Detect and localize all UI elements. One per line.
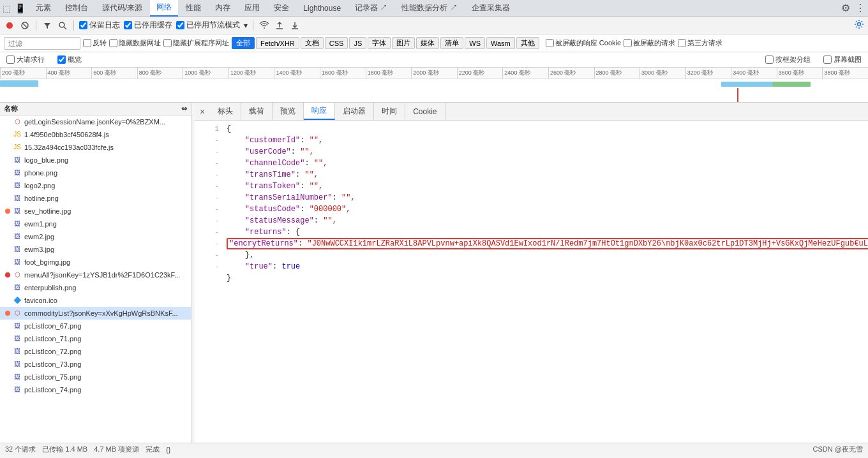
filter-img[interactable]: 图片: [392, 37, 415, 49]
disable-throttle-checkbox[interactable]: 已停用节流模式: [176, 20, 240, 31]
file-name: logo2.png: [24, 182, 186, 189]
preserve-log-checkbox[interactable]: 保留日志: [79, 20, 120, 31]
file-item[interactable]: 🖼pcListIcon_71.png: [0, 332, 191, 345]
file-item[interactable]: 🖼pcListIcon_67.png: [0, 320, 191, 332]
file-item[interactable]: 🖼sev_hotline.jpg: [0, 205, 191, 218]
sub-tab-headers[interactable]: 标头: [210, 103, 241, 120]
large-rows-checkbox[interactable]: 大请求行: [6, 55, 45, 64]
tab-sources[interactable]: 源代码/来源: [96, 0, 149, 16]
file-item[interactable]: 🖼pcListIcon_73.png: [0, 358, 191, 371]
filter-manifest[interactable]: 清单: [440, 37, 463, 49]
sub-tab-payload[interactable]: 载荷: [241, 103, 273, 120]
filter-other[interactable]: 其他: [516, 37, 539, 49]
json-line: - "statusCode": "000000",: [195, 203, 868, 215]
more-icon[interactable]: ⋮: [855, 2, 865, 14]
filter-media[interactable]: 媒体: [416, 37, 439, 49]
tab-perf-insights[interactable]: 性能数据分析 ↗: [395, 0, 463, 16]
toolbar-sep-2: [73, 20, 74, 31]
file-item[interactable]: 🖼ewm3.jpg: [0, 243, 191, 256]
file-item[interactable]: 🖼pcListIcon_72.png: [0, 345, 191, 358]
sub-tab-preview[interactable]: 预览: [273, 103, 304, 120]
overview-checkbox[interactable]: 概览: [57, 55, 82, 64]
invert-checkbox[interactable]: 反转: [83, 38, 107, 48]
sub-tab-timing[interactable]: 时间: [374, 103, 405, 120]
filter-font[interactable]: 字体: [368, 37, 391, 49]
timeline-tick: 3400 毫秒: [731, 68, 777, 78]
disable-cache-checkbox[interactable]: 已停用缓存: [124, 20, 172, 31]
sub-tab-response[interactable]: 响应: [304, 103, 335, 120]
hide-data-urls-checkbox[interactable]: 隐藏数据网址: [109, 38, 161, 48]
clear-button[interactable]: [19, 20, 31, 31]
file-item[interactable]: ⬡commodityList?jsonKey=xXvKgHpWgRsBNKsF.…: [0, 307, 191, 320]
group-by-frame-checkbox[interactable]: 按框架分组: [765, 55, 811, 64]
file-item[interactable]: 🖼pcListIcon_75.png: [0, 371, 191, 383]
third-party-checkbox[interactable]: 第三方请求: [678, 38, 722, 48]
file-item[interactable]: 🖼pcListIcon_74.png: [0, 383, 191, 396]
tab-elements[interactable]: 元素: [29, 0, 57, 16]
file-list-scroll[interactable]: ⬡getLoginSessionName.jsonKey=0%2BZXM...J…: [0, 115, 191, 443]
tab-console[interactable]: 控制台: [59, 0, 94, 16]
file-item[interactable]: 🔷favicon.ico: [0, 294, 191, 307]
filter-fetch-xhr[interactable]: Fetch/XHR: [256, 37, 299, 49]
file-name: phone.png: [24, 169, 186, 177]
tab-network[interactable]: 网络: [150, 0, 178, 17]
toolbar-right-settings[interactable]: [854, 19, 864, 31]
file-item[interactable]: JS1.4f950e0bb3cf450628f4.js: [0, 128, 191, 141]
record-button[interactable]: [4, 20, 15, 31]
filter-doc[interactable]: 文档: [301, 37, 324, 49]
resize-handle[interactable]: [191, 103, 195, 443]
file-type-icon: 🖼: [13, 194, 22, 203]
timeline-tick: 2200 毫秒: [457, 68, 503, 78]
inspect-icon[interactable]: ⬚: [3, 3, 11, 13]
json-line-content: "statusMessage": "",: [227, 215, 863, 226]
download-icon[interactable]: [289, 20, 301, 31]
svg-point-0: [6, 22, 13, 29]
file-item[interactable]: 🖼enterpublish.png: [0, 281, 191, 294]
file-item[interactable]: 🖼ewm1.png: [0, 218, 191, 230]
filter-input[interactable]: [4, 37, 80, 50]
wifi-icon[interactable]: [258, 20, 270, 31]
tab-memory[interactable]: 内存: [209, 0, 237, 16]
filter-js[interactable]: JS: [349, 37, 366, 49]
filter-ws[interactable]: WS: [465, 37, 485, 49]
file-item[interactable]: 🖼phone.png: [0, 166, 191, 179]
hide-ext-checkbox[interactable]: 隐藏扩展程序网址: [163, 38, 229, 48]
close-panel-button[interactable]: ×: [197, 104, 207, 119]
sub-tab-cookie[interactable]: Cookie: [405, 103, 445, 120]
file-item[interactable]: ⬡menuAll?jsonKey=1zYSJB1dr%2F1D6O1C23kF.…: [0, 269, 191, 281]
tab-security[interactable]: 安全: [267, 0, 296, 16]
tab-recorder[interactable]: 记录器 ↗: [348, 0, 394, 16]
throttle-dropdown[interactable]: ▾: [244, 21, 248, 30]
tab-application[interactable]: 应用: [238, 0, 266, 16]
file-status-dot: [5, 260, 10, 265]
file-type-icon: 🖼: [13, 219, 22, 228]
filter-all[interactable]: 全部: [232, 37, 255, 49]
tab-lighthouse[interactable]: Lighthouse: [297, 1, 347, 15]
code-icon[interactable]: {}: [166, 446, 170, 454]
filter-button[interactable]: [41, 20, 53, 31]
filter-css[interactable]: CSS: [325, 37, 348, 49]
timeline-tick: 2400 毫秒: [502, 68, 548, 78]
device-icon[interactable]: 📱: [15, 3, 26, 13]
toolbar-sep-1: [36, 20, 36, 31]
tab-enterprise[interactable]: 企查采集器: [465, 0, 516, 16]
file-item[interactable]: 🖼ewm2.jpg: [0, 230, 191, 243]
filter-wasm[interactable]: Wasm: [486, 37, 515, 49]
tab-performance[interactable]: 性能: [179, 0, 207, 16]
screenshot-checkbox[interactable]: 屏幕截图: [823, 55, 862, 64]
file-item[interactable]: 🖼logo_blue.png: [0, 154, 191, 166]
file-item[interactable]: JS15.32a494cc193ac033fcfe.js: [0, 141, 191, 154]
blocked-requests-checkbox[interactable]: 被屏蔽的请求: [624, 38, 675, 48]
file-item[interactable]: 🖼foot_bgimg.jpg: [0, 256, 191, 269]
file-item[interactable]: ⬡getLoginSessionName.jsonKey=0%2BZXM...: [0, 115, 191, 128]
file-item[interactable]: 🖼logo2.png: [0, 179, 191, 192]
resize-handle-icon[interactable]: ⇔: [181, 105, 187, 113]
settings-icon[interactable]: ⚙: [841, 2, 850, 14]
json-line: - "userCode": "",: [195, 146, 868, 158]
blocked-cookie-checkbox[interactable]: 被屏蔽的响应 Cookie: [546, 38, 621, 48]
search-button[interactable]: [57, 20, 68, 31]
file-status-dot: [5, 119, 10, 124]
sub-tab-initiator[interactable]: 启动器: [335, 103, 374, 120]
file-item[interactable]: 🖼hotline.png: [0, 192, 191, 205]
upload-icon[interactable]: [274, 20, 285, 31]
